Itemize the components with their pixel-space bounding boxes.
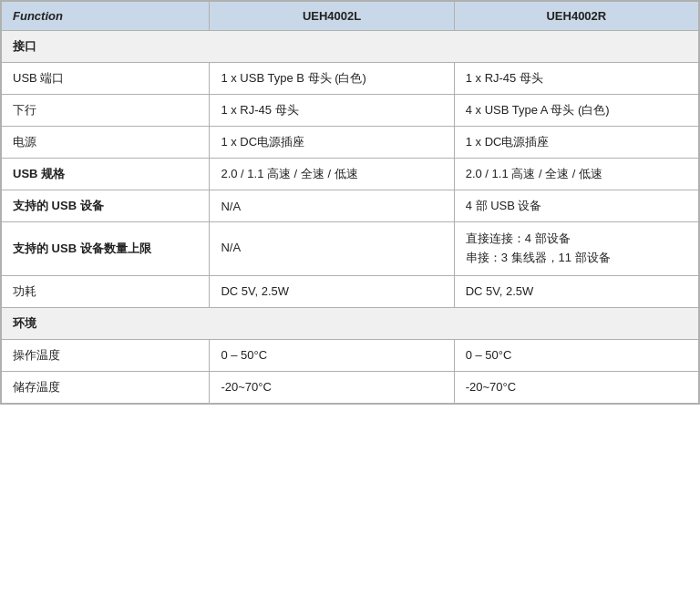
row-col1: 0 – 50°C: [210, 339, 454, 371]
header-function: Function: [2, 2, 210, 31]
spec-table: Function UEH4002L UEH4002R 接口USB 端口1 x U…: [0, 0, 700, 405]
row-col1: 1 x USB Type B 母头 (白色): [210, 63, 454, 95]
row-col1: 1 x DC电源插座: [210, 127, 454, 159]
row-label: 支持的 USB 设备数量上限: [2, 222, 210, 276]
row-col1: N/A: [210, 222, 454, 276]
section-row: 接口: [2, 31, 699, 63]
row-col2: 2.0 / 1.1 高速 / 全速 / 低速: [454, 159, 698, 190]
row-col1: 2.0 / 1.1 高速 / 全速 / 低速: [210, 159, 454, 190]
row-col1: DC 5V, 2.5W: [210, 275, 454, 307]
row-label: 支持的 USB 设备: [2, 190, 210, 222]
table-row: 支持的 USB 设备N/A4 部 USB 设备: [2, 190, 699, 222]
row-label: 储存温度: [2, 371, 210, 403]
row-col2: 1 x DC电源插座: [454, 127, 698, 159]
row-col1: 1 x RJ-45 母头: [210, 95, 454, 127]
row-label: 功耗: [2, 275, 210, 307]
table-header-row: Function UEH4002L UEH4002R: [2, 2, 699, 31]
table-row: USB 规格2.0 / 1.1 高速 / 全速 / 低速2.0 / 1.1 高速…: [2, 159, 699, 190]
table-row: USB 端口1 x USB Type B 母头 (白色)1 x RJ-45 母头: [2, 63, 699, 95]
header-ueh4002l: UEH4002L: [210, 2, 454, 31]
table-row: 下行1 x RJ-45 母头4 x USB Type A 母头 (白色): [2, 95, 699, 127]
table-row: 功耗DC 5V, 2.5WDC 5V, 2.5W: [2, 275, 699, 307]
row-label: 操作温度: [2, 339, 210, 371]
row-col2: 4 部 USB 设备: [454, 190, 698, 222]
row-col2: 0 – 50°C: [454, 339, 698, 371]
section-row: 环境: [2, 307, 699, 339]
table-row: 储存温度-20~70°C-20~70°C: [2, 371, 699, 403]
table-row: 操作温度0 – 50°C0 – 50°C: [2, 339, 699, 371]
row-label: 电源: [2, 127, 210, 159]
row-col2: 1 x RJ-45 母头: [454, 63, 698, 95]
row-col2: 4 x USB Type A 母头 (白色): [454, 95, 698, 127]
row-col1: -20~70°C: [210, 371, 454, 403]
row-col1: N/A: [210, 190, 454, 222]
row-label: 下行: [2, 95, 210, 127]
header-ueh4002r: UEH4002R: [454, 2, 698, 31]
row-col2: 直接连接：4 部设备 串接：3 集线器，11 部设备: [454, 222, 698, 276]
row-label: USB 端口: [2, 63, 210, 95]
table-row: 电源1 x DC电源插座1 x DC电源插座: [2, 127, 699, 159]
row-col2: -20~70°C: [454, 371, 698, 403]
row-label: USB 规格: [2, 159, 210, 190]
table-row: 支持的 USB 设备数量上限N/A直接连接：4 部设备 串接：3 集线器，11 …: [2, 222, 699, 276]
row-col2: DC 5V, 2.5W: [454, 275, 698, 307]
